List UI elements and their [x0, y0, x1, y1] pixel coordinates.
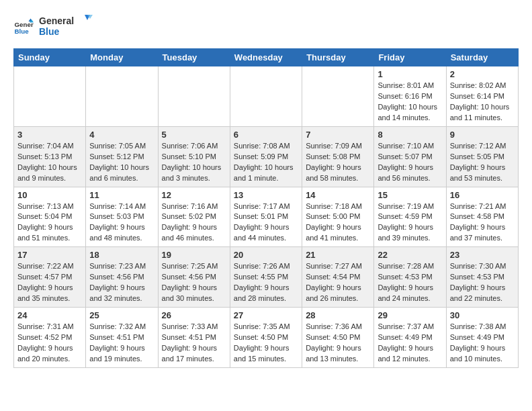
weekday-header-tuesday: Tuesday	[158, 49, 230, 66]
day-info: Sunrise: 7:16 AM Sunset: 5:02 PM Dayligh…	[162, 201, 226, 244]
day-number: 7	[306, 130, 370, 140]
calendar-cell: 17Sunrise: 7:22 AM Sunset: 4:57 PM Dayli…	[14, 247, 86, 308]
day-number: 12	[162, 190, 226, 200]
calendar-cell: 20Sunrise: 7:26 AM Sunset: 4:55 PM Dayli…	[230, 247, 302, 308]
weekday-header-friday: Friday	[374, 49, 446, 66]
calendar-cell	[302, 66, 374, 127]
calendar-cell: 5Sunrise: 7:06 AM Sunset: 5:10 PM Daylig…	[158, 126, 230, 187]
day-info: Sunrise: 7:21 AM Sunset: 4:58 PM Dayligh…	[450, 201, 515, 244]
day-info: Sunrise: 7:06 AM Sunset: 5:10 PM Dayligh…	[162, 141, 226, 184]
svg-text:General: General	[39, 15, 74, 26]
weekday-header-sunday: Sunday	[14, 49, 86, 66]
calendar-cell: 14Sunrise: 7:18 AM Sunset: 5:00 PM Dayli…	[302, 187, 374, 247]
day-number: 28	[306, 310, 370, 320]
day-number: 18	[89, 250, 154, 260]
day-number: 11	[89, 190, 154, 200]
day-info: Sunrise: 7:14 AM Sunset: 5:03 PM Dayligh…	[89, 201, 154, 244]
calendar-cell: 15Sunrise: 7:19 AM Sunset: 4:59 PM Dayli…	[374, 187, 446, 247]
day-info: Sunrise: 7:31 AM Sunset: 4:52 PM Dayligh…	[17, 322, 82, 365]
day-number: 10	[17, 190, 82, 200]
calendar-cell: 9Sunrise: 7:12 AM Sunset: 5:05 PM Daylig…	[446, 126, 518, 187]
calendar-cell: 11Sunrise: 7:14 AM Sunset: 5:03 PM Dayli…	[86, 187, 158, 247]
calendar-table: SundayMondayTuesdayWednesdayThursdayFrid…	[13, 48, 519, 368]
day-info: Sunrise: 7:23 AM Sunset: 4:56 PM Dayligh…	[89, 261, 154, 304]
day-info: Sunrise: 7:25 AM Sunset: 4:56 PM Dayligh…	[162, 261, 226, 304]
day-info: Sunrise: 7:36 AM Sunset: 4:50 PM Dayligh…	[306, 322, 370, 365]
calendar-week-4: 17Sunrise: 7:22 AM Sunset: 4:57 PM Dayli…	[14, 247, 519, 308]
calendar-cell: 4Sunrise: 7:05 AM Sunset: 5:12 PM Daylig…	[86, 126, 158, 187]
day-info: Sunrise: 7:27 AM Sunset: 4:54 PM Dayligh…	[306, 261, 370, 304]
weekday-header-row: SundayMondayTuesdayWednesdayThursdayFrid…	[14, 49, 519, 66]
weekday-header-wednesday: Wednesday	[230, 49, 302, 66]
day-number: 4	[89, 130, 154, 140]
day-number: 15	[378, 190, 442, 200]
day-info: Sunrise: 7:05 AM Sunset: 5:12 PM Dayligh…	[89, 141, 154, 184]
calendar-cell: 30Sunrise: 7:38 AM Sunset: 4:49 PM Dayli…	[446, 308, 518, 368]
calendar-cell: 3Sunrise: 7:04 AM Sunset: 5:13 PM Daylig…	[14, 126, 86, 187]
day-info: Sunrise: 8:01 AM Sunset: 6:16 PM Dayligh…	[378, 81, 442, 124]
day-info: Sunrise: 7:26 AM Sunset: 4:55 PM Dayligh…	[234, 261, 298, 304]
day-number: 20	[234, 250, 298, 260]
day-info: Sunrise: 7:32 AM Sunset: 4:51 PM Dayligh…	[89, 322, 154, 365]
calendar-cell: 12Sunrise: 7:16 AM Sunset: 5:02 PM Dayli…	[158, 187, 230, 247]
day-info: Sunrise: 7:12 AM Sunset: 5:05 PM Dayligh…	[450, 141, 515, 184]
calendar-cell: 10Sunrise: 7:13 AM Sunset: 5:04 PM Dayli…	[14, 187, 86, 247]
day-number: 5	[162, 130, 226, 140]
calendar-cell: 27Sunrise: 7:35 AM Sunset: 4:50 PM Dayli…	[230, 308, 302, 368]
svg-text:Blue: Blue	[15, 28, 30, 35]
calendar-cell	[230, 66, 302, 127]
calendar-cell: 13Sunrise: 7:17 AM Sunset: 5:01 PM Dayli…	[230, 187, 302, 247]
day-info: Sunrise: 7:18 AM Sunset: 5:00 PM Dayligh…	[306, 201, 370, 244]
day-info: Sunrise: 7:22 AM Sunset: 4:57 PM Dayligh…	[17, 261, 82, 304]
calendar-cell	[86, 66, 158, 127]
calendar-cell: 6Sunrise: 7:08 AM Sunset: 5:09 PM Daylig…	[230, 126, 302, 187]
day-number: 23	[450, 250, 515, 260]
calendar-cell: 23Sunrise: 7:30 AM Sunset: 4:53 PM Dayli…	[446, 247, 518, 308]
calendar-cell: 18Sunrise: 7:23 AM Sunset: 4:56 PM Dayli…	[86, 247, 158, 308]
calendar-cell: 21Sunrise: 7:27 AM Sunset: 4:54 PM Dayli…	[302, 247, 374, 308]
weekday-header-thursday: Thursday	[302, 49, 374, 66]
day-info: Sunrise: 7:04 AM Sunset: 5:13 PM Dayligh…	[17, 141, 82, 184]
day-info: Sunrise: 7:37 AM Sunset: 4:49 PM Dayligh…	[378, 322, 442, 365]
calendar-cell: 25Sunrise: 7:32 AM Sunset: 4:51 PM Dayli…	[86, 308, 158, 368]
calendar-cell: 26Sunrise: 7:33 AM Sunset: 4:51 PM Dayli…	[158, 308, 230, 368]
day-info: Sunrise: 7:19 AM Sunset: 4:59 PM Dayligh…	[378, 201, 442, 244]
calendar-cell	[14, 66, 86, 127]
day-number: 19	[162, 250, 226, 260]
logo: General Blue General Blue	[13, 13, 93, 42]
day-number: 29	[378, 310, 442, 320]
day-number: 26	[162, 310, 226, 320]
calendar-cell: 24Sunrise: 7:31 AM Sunset: 4:52 PM Dayli…	[14, 308, 86, 368]
day-number: 14	[306, 190, 370, 200]
page-header: General Blue General Blue	[13, 13, 519, 42]
day-number: 3	[17, 130, 82, 140]
day-info: Sunrise: 8:02 AM Sunset: 6:14 PM Dayligh…	[450, 81, 515, 124]
calendar-week-2: 3Sunrise: 7:04 AM Sunset: 5:13 PM Daylig…	[14, 126, 519, 187]
calendar-cell: 1Sunrise: 8:01 AM Sunset: 6:16 PM Daylig…	[374, 66, 446, 127]
day-number: 9	[450, 130, 515, 140]
day-number: 24	[17, 310, 82, 320]
calendar-cell: 7Sunrise: 7:09 AM Sunset: 5:08 PM Daylig…	[302, 126, 374, 187]
calendar-week-5: 24Sunrise: 7:31 AM Sunset: 4:52 PM Dayli…	[14, 308, 519, 368]
day-info: Sunrise: 7:10 AM Sunset: 5:07 PM Dayligh…	[378, 141, 442, 184]
logo-icon: General Blue	[13, 17, 34, 38]
day-info: Sunrise: 7:09 AM Sunset: 5:08 PM Dayligh…	[306, 141, 370, 184]
day-info: Sunrise: 7:30 AM Sunset: 4:53 PM Dayligh…	[450, 261, 515, 304]
day-number: 13	[234, 190, 298, 200]
weekday-header-saturday: Saturday	[446, 49, 518, 66]
day-number: 27	[234, 310, 298, 320]
day-info: Sunrise: 7:08 AM Sunset: 5:09 PM Dayligh…	[234, 141, 298, 184]
calendar-cell: 8Sunrise: 7:10 AM Sunset: 5:07 PM Daylig…	[374, 126, 446, 187]
calendar-cell: 29Sunrise: 7:37 AM Sunset: 4:49 PM Dayli…	[374, 308, 446, 368]
day-number: 2	[450, 69, 515, 79]
calendar-cell: 16Sunrise: 7:21 AM Sunset: 4:58 PM Dayli…	[446, 187, 518, 247]
day-info: Sunrise: 7:38 AM Sunset: 4:49 PM Dayligh…	[450, 322, 515, 365]
day-number: 22	[378, 250, 442, 260]
day-number: 16	[450, 190, 515, 200]
svg-text:Blue: Blue	[39, 26, 60, 37]
day-number: 21	[306, 250, 370, 260]
day-info: Sunrise: 7:33 AM Sunset: 4:51 PM Dayligh…	[162, 322, 226, 365]
calendar-cell	[158, 66, 230, 127]
day-number: 30	[450, 310, 515, 320]
day-info: Sunrise: 7:35 AM Sunset: 4:50 PM Dayligh…	[234, 322, 298, 365]
